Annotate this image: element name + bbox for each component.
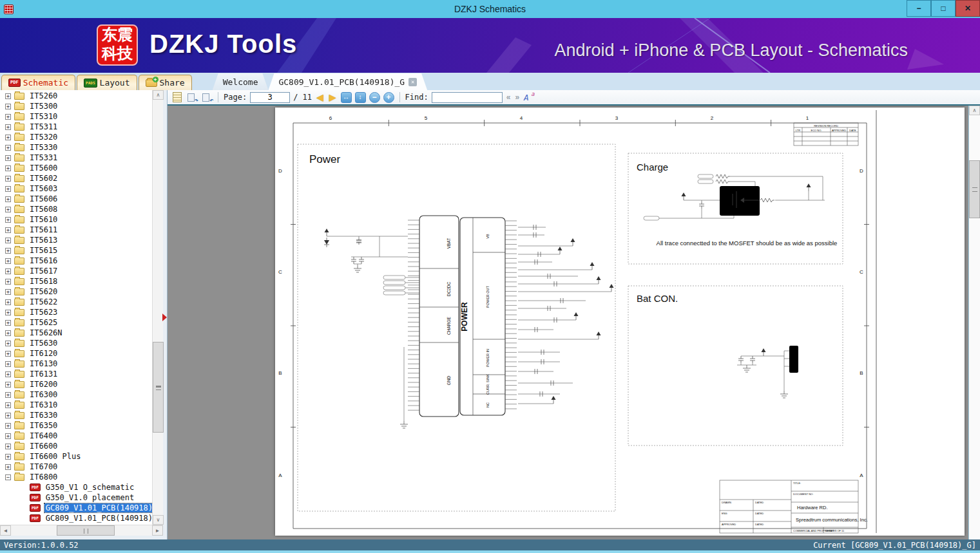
tree-item[interactable]: +IT6600 bbox=[0, 441, 152, 451]
expand-toggle-icon[interactable]: + bbox=[5, 433, 11, 439]
viewer-vertical-scrollbar[interactable]: ∧ bbox=[968, 106, 980, 539]
expand-toggle-icon[interactable]: + bbox=[5, 217, 11, 223]
tree-item[interactable]: +IT5617 bbox=[0, 266, 152, 276]
scroll-down-icon[interactable]: ∨ bbox=[153, 515, 164, 525]
rotate-page-cw-icon[interactable]: ↷ bbox=[186, 92, 198, 103]
expand-toggle-icon[interactable]: + bbox=[5, 330, 11, 336]
tree-item[interactable]: +IT5610 bbox=[0, 214, 152, 225]
tree-item[interactable]: +IT5260 bbox=[0, 91, 152, 101]
expand-toggle-icon[interactable]: + bbox=[5, 248, 11, 254]
expand-toggle-icon[interactable]: + bbox=[5, 341, 11, 346]
expand-toggle-icon[interactable]: + bbox=[5, 176, 11, 182]
tab-document[interactable]: GC809_V1.01_PCB(140918)_G ✕ bbox=[268, 73, 427, 90]
expand-toggle-icon[interactable]: + bbox=[5, 135, 11, 140]
page-input[interactable] bbox=[250, 92, 290, 103]
tree-item[interactable]: +IT5615 bbox=[0, 245, 152, 256]
tree-item[interactable]: +IT5600 bbox=[0, 163, 152, 173]
tree-item[interactable]: +IT5608 bbox=[0, 204, 152, 214]
tree-item[interactable]: PDFGC809_V1.01_PCB(140918)_MARK bbox=[0, 513, 152, 523]
minimize-button[interactable]: − bbox=[907, 0, 931, 17]
tree-item[interactable]: +IT6300 bbox=[0, 389, 152, 400]
tree-item[interactable]: +IT5611 bbox=[0, 225, 152, 235]
expand-toggle-icon[interactable]: + bbox=[5, 238, 11, 243]
expand-toggle-icon[interactable]: + bbox=[5, 155, 11, 161]
sidebar-horizontal-scrollbar[interactable]: ◄ ► bbox=[0, 525, 163, 536]
expand-toggle-icon[interactable]: − bbox=[5, 474, 11, 480]
expand-toggle-icon[interactable]: + bbox=[5, 423, 11, 429]
tree-item[interactable]: +IT6130 bbox=[0, 359, 152, 369]
expand-toggle-icon[interactable]: + bbox=[5, 227, 11, 233]
tree-item[interactable]: +IT6400 bbox=[0, 431, 152, 441]
fit-page-button[interactable]: ↕ bbox=[355, 92, 366, 103]
expand-toggle-icon[interactable]: + bbox=[5, 392, 11, 398]
tree-item[interactable]: PDFG350_V1.0 placement bbox=[0, 492, 152, 503]
tree-item[interactable]: +IT5625 bbox=[0, 317, 152, 328]
tree-item[interactable]: +IT5320 bbox=[0, 132, 152, 142]
expand-toggle-icon[interactable]: + bbox=[5, 145, 11, 151]
expand-toggle-icon[interactable]: + bbox=[5, 320, 11, 326]
tree-item[interactable]: +IT5311 bbox=[0, 122, 152, 132]
tree-item[interactable]: PDFGC809_V1.01_PCB(140918)_G bbox=[0, 503, 152, 513]
expand-toggle-icon[interactable]: + bbox=[5, 114, 11, 120]
expand-toggle-icon[interactable]: + bbox=[5, 124, 11, 130]
scroll-up-icon[interactable]: ∧ bbox=[969, 106, 980, 115]
expand-toggle-icon[interactable]: + bbox=[5, 258, 11, 264]
find-input[interactable] bbox=[432, 92, 503, 103]
tab-welcome[interactable]: Welcome bbox=[213, 73, 269, 90]
tree-item[interactable]: +IT5606 bbox=[0, 194, 152, 204]
tree-item[interactable]: +IT5603 bbox=[0, 183, 152, 194]
tree-item[interactable]: +IT5623 bbox=[0, 307, 152, 317]
tree-item[interactable]: +IT6350 bbox=[0, 420, 152, 431]
expand-toggle-icon[interactable]: + bbox=[5, 444, 11, 449]
tree-item[interactable]: +IT5613 bbox=[0, 235, 152, 245]
tree-item[interactable]: −IT6800 bbox=[0, 472, 152, 482]
expand-toggle-icon[interactable]: + bbox=[5, 196, 11, 202]
prev-page-button[interactable]: ◀ bbox=[315, 92, 325, 102]
tab-close-icon[interactable]: ✕ bbox=[408, 78, 417, 86]
tree-item[interactable]: +IT5626N bbox=[0, 328, 152, 338]
expand-toggle-icon[interactable]: + bbox=[5, 413, 11, 418]
next-page-button[interactable]: ▶ bbox=[328, 92, 338, 102]
tree-item[interactable]: PDFG350_V1 O_schematic bbox=[0, 482, 152, 492]
expand-toggle-icon[interactable]: + bbox=[5, 299, 11, 305]
expand-toggle-icon[interactable]: + bbox=[5, 104, 11, 109]
rotate-page-ccw-icon[interactable]: ↶ bbox=[201, 92, 213, 103]
expand-toggle-icon[interactable]: + bbox=[5, 382, 11, 388]
find-prev-button[interactable]: « bbox=[506, 93, 512, 102]
tab-layout[interactable]: PADS Layout bbox=[77, 75, 137, 90]
expand-toggle-icon[interactable]: + bbox=[5, 402, 11, 408]
splitter-arrow-icon[interactable] bbox=[162, 314, 167, 321]
tree-item[interactable]: +IT5602 bbox=[0, 173, 152, 183]
fit-width-button[interactable]: ↔ bbox=[341, 92, 352, 103]
tab-share[interactable]: Share bbox=[139, 75, 192, 90]
scrollbar-thumb[interactable] bbox=[153, 342, 164, 433]
zoom-in-button[interactable]: + bbox=[383, 92, 394, 103]
pdf-viewer[interactable]: 6 5 4 3 2 1 D C B A D C B bbox=[168, 106, 980, 539]
tree-item[interactable]: +IT6200 bbox=[0, 379, 152, 389]
tree-item[interactable]: +IT5630 bbox=[0, 338, 152, 348]
maximize-button[interactable]: □ bbox=[931, 0, 956, 17]
tree-item[interactable]: +IT6330 bbox=[0, 410, 152, 420]
tree-item[interactable]: +IT6120 bbox=[0, 348, 152, 359]
tree-item[interactable]: +IT6600 Plus bbox=[0, 451, 152, 462]
tree-item[interactable]: +IT5618 bbox=[0, 276, 152, 286]
scrollbar-thumb-horizontal[interactable] bbox=[57, 525, 115, 536]
tree-item[interactable]: +IT6700 bbox=[0, 462, 152, 472]
scroll-right-icon[interactable]: ► bbox=[152, 525, 163, 536]
expand-toggle-icon[interactable]: + bbox=[5, 310, 11, 315]
tree-item[interactable]: +IT5300 bbox=[0, 101, 152, 111]
tree-item[interactable]: +IT6131 bbox=[0, 369, 152, 379]
tree-item[interactable]: +IT5310 bbox=[0, 111, 152, 122]
expand-toggle-icon[interactable]: + bbox=[5, 186, 11, 192]
tree-item[interactable]: +IT5330 bbox=[0, 142, 152, 153]
find-next-button[interactable]: » bbox=[514, 93, 520, 102]
tab-schematic[interactable]: PDF Schematic bbox=[1, 75, 75, 90]
tree-item[interactable]: +IT6310 bbox=[0, 400, 152, 410]
tree-item[interactable]: +IT5622 bbox=[0, 297, 152, 307]
tree-item[interactable]: +IT5331 bbox=[0, 153, 152, 163]
expand-toggle-icon[interactable]: + bbox=[5, 351, 11, 357]
tree-item[interactable]: +IT5620 bbox=[0, 286, 152, 297]
expand-toggle-icon[interactable]: + bbox=[5, 464, 11, 470]
expand-toggle-icon[interactable]: + bbox=[5, 268, 11, 274]
scroll-up-icon[interactable]: ∧ bbox=[153, 90, 164, 100]
